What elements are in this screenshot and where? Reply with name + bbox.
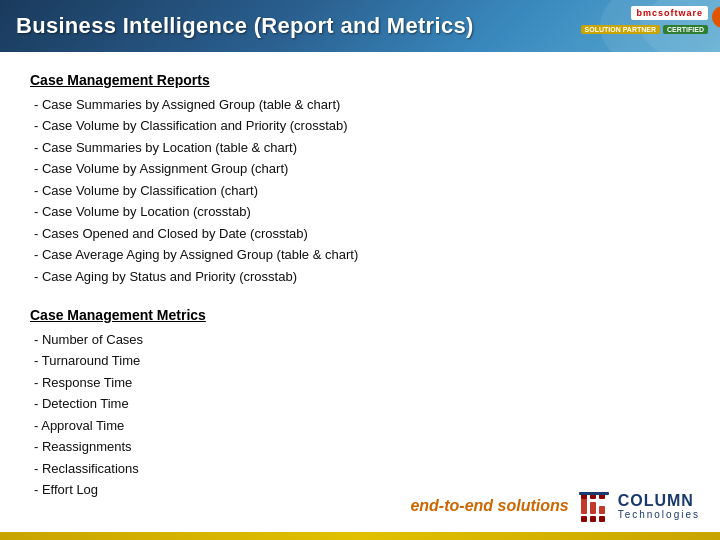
case-metrics-title: Case Management Metrics	[30, 307, 690, 323]
svg-rect-8	[599, 516, 605, 522]
header: Business Intelligence (Report and Metric…	[0, 0, 720, 52]
svg-rect-3	[581, 498, 587, 514]
report-item-9: - Case Aging by Status and Priority (cro…	[30, 266, 690, 287]
report-item-8: - Case Average Aging by Assigned Group (…	[30, 244, 690, 265]
play-button	[712, 6, 720, 28]
report-item-4: - Case Volume by Assignment Group (chart…	[30, 158, 690, 179]
tagline: end-to-end solutions	[410, 497, 568, 515]
report-item-1: - Case Summaries by Assigned Group (tabl…	[30, 94, 690, 115]
svg-rect-9	[599, 506, 605, 514]
column-company: COLUMN	[618, 492, 700, 510]
bmc-logo: bmcsoftware	[631, 6, 708, 20]
column-icon	[577, 488, 613, 524]
svg-rect-5	[590, 516, 596, 522]
metric-item-2: - Turnaround Time	[30, 350, 690, 371]
svg-rect-6	[590, 502, 596, 514]
report-item-3: - Case Summaries by Location (table & ch…	[30, 137, 690, 158]
metric-item-4: - Detection Time	[30, 393, 690, 414]
report-item-5: - Case Volume by Classification (chart)	[30, 180, 690, 201]
case-management-metrics-section: Case Management Metrics - Number of Case…	[30, 307, 690, 501]
metric-item-5: - Approval Time	[30, 415, 690, 436]
metric-item-3: - Response Time	[30, 372, 690, 393]
certified-badge: CERTIFIED	[663, 25, 708, 34]
footer: end-to-end solutions COLUMN Technologies	[410, 488, 700, 524]
bottom-bar	[0, 532, 720, 540]
solution-partner-badge: SOLUTION PARTNER	[581, 25, 660, 34]
case-reports-body: - Case Summaries by Assigned Group (tabl…	[30, 94, 690, 287]
svg-rect-2	[581, 516, 587, 522]
svg-rect-11	[579, 492, 609, 495]
report-item-2: - Case Volume by Classification and Prio…	[30, 115, 690, 136]
metric-item-1: - Number of Cases	[30, 329, 690, 350]
report-item-6: - Case Volume by Location (crosstab)	[30, 201, 690, 222]
badge-row: SOLUTION PARTNER CERTIFIED	[581, 25, 708, 34]
column-name: COLUMN Technologies	[618, 492, 700, 521]
report-item-7: - Cases Opened and Closed by Date (cross…	[30, 223, 690, 244]
header-title: Business Intelligence (Report and Metric…	[16, 13, 474, 39]
metric-item-7: - Reclassifications	[30, 458, 690, 479]
metric-item-6: - Reassignments	[30, 436, 690, 457]
column-logo: COLUMN Technologies	[577, 488, 700, 524]
main-content: Case Management Reports - Case Summaries…	[0, 52, 720, 530]
case-metrics-body: - Number of Cases - Turnaround Time - Re…	[30, 329, 690, 501]
case-reports-title: Case Management Reports	[30, 72, 690, 88]
column-sub: Technologies	[618, 509, 700, 520]
case-management-reports-section: Case Management Reports - Case Summaries…	[30, 72, 690, 287]
logo-area: bmcsoftware SOLUTION PARTNER CERTIFIED	[581, 6, 708, 34]
